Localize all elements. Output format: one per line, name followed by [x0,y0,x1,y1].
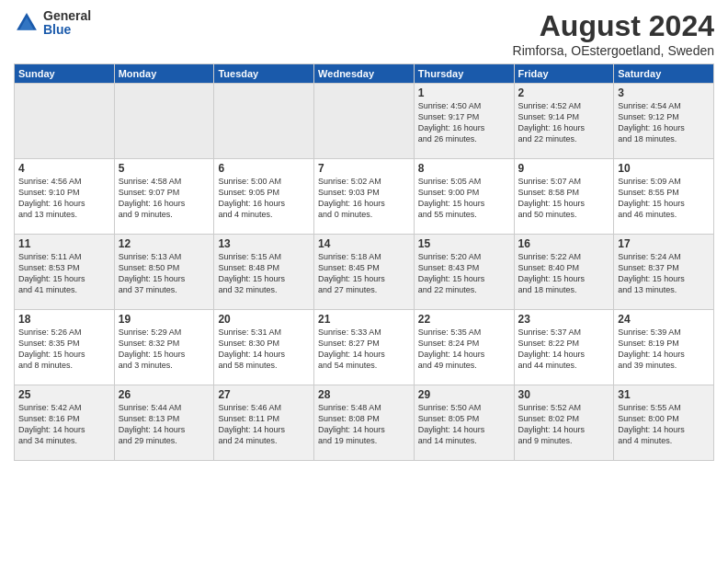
col-thursday: Thursday [414,64,514,84]
day-number: 29 [418,388,510,401]
calendar-cell: 23Sunrise: 5:37 AM Sunset: 8:22 PM Dayli… [514,310,614,385]
day-info: Sunrise: 5:22 AM Sunset: 8:40 PM Dayligh… [518,251,610,296]
calendar-cell: 28Sunrise: 5:48 AM Sunset: 8:08 PM Dayli… [314,385,415,461]
day-info: Sunrise: 5:42 AM Sunset: 8:16 PM Dayligh… [18,402,110,447]
day-info: Sunrise: 5:11 AM Sunset: 8:53 PM Dayligh… [18,251,110,296]
day-info: Sunrise: 4:52 AM Sunset: 9:14 PM Dayligh… [518,100,610,145]
day-info: Sunrise: 5:55 AM Sunset: 8:00 PM Dayligh… [618,402,710,447]
calendar-week-row: 11Sunrise: 5:11 AM Sunset: 8:53 PM Dayli… [15,235,714,310]
month-title: August 2024 [513,9,714,43]
day-number: 26 [119,388,210,401]
day-number: 21 [318,313,410,326]
day-info: Sunrise: 5:39 AM Sunset: 8:19 PM Dayligh… [618,327,710,372]
calendar-week-row: 1Sunrise: 4:50 AM Sunset: 9:17 PM Daylig… [15,84,714,159]
calendar-cell [214,84,314,159]
day-number: 3 [618,86,710,99]
logo-text: General Blue [43,9,91,38]
day-info: Sunrise: 5:20 AM Sunset: 8:43 PM Dayligh… [418,251,510,296]
calendar-cell: 21Sunrise: 5:33 AM Sunset: 8:27 PM Dayli… [314,310,415,385]
calendar-week-row: 18Sunrise: 5:26 AM Sunset: 8:35 PM Dayli… [15,310,714,385]
calendar-cell: 12Sunrise: 5:13 AM Sunset: 8:50 PM Dayli… [114,235,214,310]
title-block: August 2024 Rimforsa, OEstergoetland, Sw… [513,9,714,58]
day-number: 19 [119,313,210,326]
calendar-cell: 29Sunrise: 5:50 AM Sunset: 8:05 PM Dayli… [414,385,514,461]
logo-general: General [43,9,91,23]
day-info: Sunrise: 5:07 AM Sunset: 8:58 PM Dayligh… [518,176,610,221]
day-number: 2 [518,86,610,99]
day-info: Sunrise: 5:13 AM Sunset: 8:50 PM Dayligh… [119,251,210,296]
day-number: 11 [18,237,110,250]
calendar-cell: 27Sunrise: 5:46 AM Sunset: 8:11 PM Dayli… [214,385,314,461]
day-number: 31 [618,388,710,401]
calendar-header: Sunday Monday Tuesday Wednesday Thursday… [15,64,714,84]
calendar-cell: 9Sunrise: 5:07 AM Sunset: 8:58 PM Daylig… [514,159,614,235]
day-info: Sunrise: 5:29 AM Sunset: 8:32 PM Dayligh… [119,327,210,372]
calendar-cell: 31Sunrise: 5:55 AM Sunset: 8:00 PM Dayli… [614,385,714,461]
day-number: 27 [218,388,310,401]
day-number: 17 [618,237,710,250]
calendar-cell: 15Sunrise: 5:20 AM Sunset: 8:43 PM Dayli… [414,235,514,310]
day-info: Sunrise: 5:18 AM Sunset: 8:45 PM Dayligh… [318,251,410,296]
calendar-week-row: 25Sunrise: 5:42 AM Sunset: 8:16 PM Dayli… [15,385,714,461]
calendar-cell: 5Sunrise: 4:58 AM Sunset: 9:07 PM Daylig… [114,159,214,235]
day-number: 12 [119,237,210,250]
day-info: Sunrise: 5:09 AM Sunset: 8:55 PM Dayligh… [618,176,710,221]
calendar-cell: 25Sunrise: 5:42 AM Sunset: 8:16 PM Dayli… [15,385,115,461]
day-number: 30 [518,388,610,401]
col-friday: Friday [514,64,614,84]
calendar-cell: 3Sunrise: 4:54 AM Sunset: 9:12 PM Daylig… [614,84,714,159]
calendar-cell: 11Sunrise: 5:11 AM Sunset: 8:53 PM Dayli… [15,235,115,310]
calendar-cell [114,84,214,159]
calendar-cell: 4Sunrise: 4:56 AM Sunset: 9:10 PM Daylig… [15,159,115,235]
day-info: Sunrise: 5:15 AM Sunset: 8:48 PM Dayligh… [218,251,310,296]
calendar-cell: 26Sunrise: 5:44 AM Sunset: 8:13 PM Dayli… [114,385,214,461]
calendar-cell: 7Sunrise: 5:02 AM Sunset: 9:03 PM Daylig… [314,159,415,235]
day-number: 8 [418,162,510,175]
day-info: Sunrise: 5:50 AM Sunset: 8:05 PM Dayligh… [418,402,510,447]
calendar-cell: 18Sunrise: 5:26 AM Sunset: 8:35 PM Dayli… [15,310,115,385]
calendar-cell: 2Sunrise: 4:52 AM Sunset: 9:14 PM Daylig… [514,84,614,159]
day-number: 5 [119,162,210,175]
calendar-cell: 22Sunrise: 5:35 AM Sunset: 8:24 PM Dayli… [414,310,514,385]
day-number: 13 [218,237,310,250]
calendar-cell: 19Sunrise: 5:29 AM Sunset: 8:32 PM Dayli… [114,310,214,385]
header-row: Sunday Monday Tuesday Wednesday Thursday… [15,64,714,84]
day-info: Sunrise: 4:50 AM Sunset: 9:17 PM Dayligh… [418,100,510,145]
day-info: Sunrise: 5:52 AM Sunset: 8:02 PM Dayligh… [518,402,610,447]
day-info: Sunrise: 5:24 AM Sunset: 8:37 PM Dayligh… [618,251,710,296]
day-number: 16 [518,237,610,250]
calendar-cell [314,84,415,159]
day-number: 18 [18,313,110,326]
col-tuesday: Tuesday [214,64,314,84]
day-number: 4 [18,162,110,175]
day-number: 6 [218,162,310,175]
calendar-cell: 24Sunrise: 5:39 AM Sunset: 8:19 PM Dayli… [614,310,714,385]
day-number: 9 [518,162,610,175]
calendar-cell: 1Sunrise: 4:50 AM Sunset: 9:17 PM Daylig… [414,84,514,159]
col-sunday: Sunday [15,64,115,84]
day-info: Sunrise: 5:31 AM Sunset: 8:30 PM Dayligh… [218,327,310,372]
day-number: 22 [418,313,510,326]
day-info: Sunrise: 5:46 AM Sunset: 8:11 PM Dayligh… [218,402,310,447]
calendar-week-row: 4Sunrise: 4:56 AM Sunset: 9:10 PM Daylig… [15,159,714,235]
day-info: Sunrise: 5:44 AM Sunset: 8:13 PM Dayligh… [119,402,210,447]
calendar-cell: 16Sunrise: 5:22 AM Sunset: 8:40 PM Dayli… [514,235,614,310]
day-number: 25 [18,388,110,401]
calendar-cell: 30Sunrise: 5:52 AM Sunset: 8:02 PM Dayli… [514,385,614,461]
day-number: 15 [418,237,510,250]
day-info: Sunrise: 5:48 AM Sunset: 8:08 PM Dayligh… [318,402,410,447]
calendar-cell [15,84,115,159]
day-info: Sunrise: 5:35 AM Sunset: 8:24 PM Dayligh… [418,327,510,372]
col-wednesday: Wednesday [314,64,415,84]
day-number: 20 [218,313,310,326]
logo: General Blue [14,9,91,38]
location-subtitle: Rimforsa, OEstergoetland, Sweden [513,43,714,58]
calendar-cell: 17Sunrise: 5:24 AM Sunset: 8:37 PM Dayli… [614,235,714,310]
col-saturday: Saturday [614,64,714,84]
day-info: Sunrise: 4:58 AM Sunset: 9:07 PM Dayligh… [119,176,210,221]
day-number: 14 [318,237,410,250]
calendar-cell: 20Sunrise: 5:31 AM Sunset: 8:30 PM Dayli… [214,310,314,385]
day-info: Sunrise: 5:37 AM Sunset: 8:22 PM Dayligh… [518,327,610,372]
col-monday: Monday [114,64,214,84]
day-info: Sunrise: 5:00 AM Sunset: 9:05 PM Dayligh… [218,176,310,221]
